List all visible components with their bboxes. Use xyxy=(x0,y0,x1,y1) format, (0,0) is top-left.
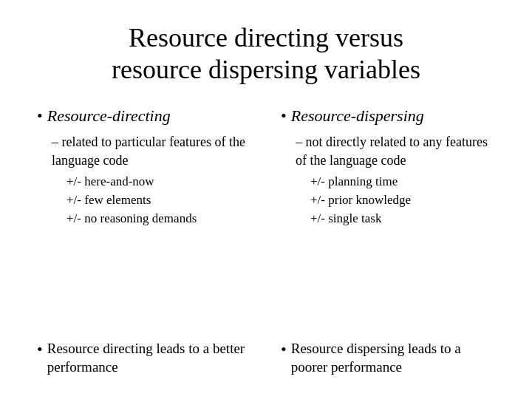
left-sub-item-text: related to particular features of the la… xyxy=(52,134,245,167)
left-column: • Resource-directing – related to partic… xyxy=(37,106,266,325)
left-column-title: Resource-directing xyxy=(47,106,171,126)
bottom-left-bullet-icon: • xyxy=(37,339,43,361)
bottom-left-text: Resource directing leads to a better per… xyxy=(47,339,251,377)
left-bullet-icon: • xyxy=(37,106,43,126)
bottom-right-bullet-icon: • xyxy=(281,339,287,361)
right-column-header: • Resource-dispersing xyxy=(281,106,495,126)
right-bullet-icon: • xyxy=(281,106,287,126)
right-detail-text-1: +/- planning time xyxy=(310,174,398,188)
left-sub-item-main: – related to particular features of the … xyxy=(52,133,251,169)
left-detail-text-1: +/- here-and-now xyxy=(66,174,154,188)
slide: Resource directing versus resource dispe… xyxy=(0,0,532,399)
content-area: • Resource-directing – related to partic… xyxy=(37,106,495,325)
right-dash-icon: – xyxy=(296,134,302,149)
bottom-section: • Resource directing leads to a better p… xyxy=(37,339,495,377)
bottom-right-text: Resource dispersing leads to a poorer pe… xyxy=(291,339,495,377)
left-sub-detail-3: +/- no reasoning demands xyxy=(66,211,251,227)
left-detail-text-3: +/- no reasoning demands xyxy=(66,211,197,225)
right-sub-detail-2: +/- prior knowledge xyxy=(310,192,495,208)
right-column: • Resource-dispersing – not directly rel… xyxy=(266,106,495,325)
left-column-header: • Resource-directing xyxy=(37,106,251,126)
right-sub-detail-3: +/- single task xyxy=(310,211,495,227)
title-line1: Resource directing versus xyxy=(129,23,403,52)
left-sub-detail-2: +/- few elements xyxy=(66,192,251,208)
title-line2: resource dispersing variables xyxy=(112,55,420,84)
right-column-title: Resource-dispersing xyxy=(291,106,424,126)
right-sub-item-main: – not directly related to any features o… xyxy=(296,133,495,169)
slide-title: Resource directing versus resource dispe… xyxy=(37,22,495,86)
bottom-left-item: • Resource directing leads to a better p… xyxy=(37,339,266,377)
right-detail-text-3: +/- single task xyxy=(310,211,381,225)
right-sub-detail-1: +/- planning time xyxy=(310,174,495,190)
bottom-right-item: • Resource dispersing leads to a poorer … xyxy=(266,339,495,377)
left-dash-icon: – xyxy=(52,134,58,149)
right-detail-text-2: +/- prior knowledge xyxy=(310,193,411,207)
left-detail-text-2: +/- few elements xyxy=(66,193,151,207)
right-sub-item-text: not directly related to any features of … xyxy=(296,134,488,167)
left-sub-detail-1: +/- here-and-now xyxy=(66,174,251,190)
